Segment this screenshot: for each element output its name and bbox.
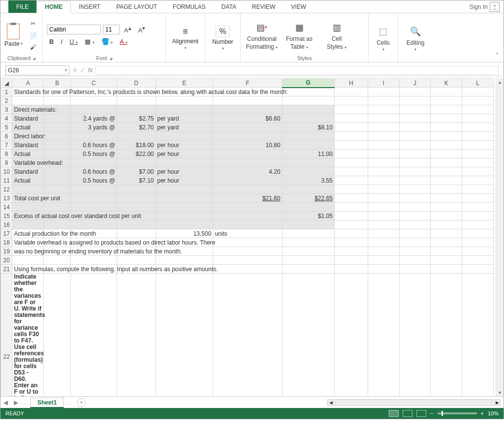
row-header[interactable]: 2 <box>1 96 12 105</box>
cells-button[interactable]: ⬚ Cells ▾ <box>373 25 394 52</box>
cell[interactable] <box>462 96 494 105</box>
cell[interactable]: Total cost per unit <box>12 194 44 203</box>
cell[interactable] <box>368 158 399 167</box>
alignment-button[interactable]: Alignment <box>172 38 198 45</box>
cell[interactable] <box>282 167 334 176</box>
cell[interactable] <box>431 203 462 212</box>
cell[interactable]: $7.00 <box>117 167 156 176</box>
cell[interactable] <box>282 229 334 238</box>
cell[interactable] <box>12 185 44 194</box>
cell[interactable] <box>431 265 462 274</box>
cell[interactable]: units <box>213 229 282 238</box>
col-header[interactable]: J <box>399 79 431 88</box>
cell[interactable] <box>368 123 399 132</box>
cell[interactable]: 3 yards @ <box>71 123 117 132</box>
row-header[interactable]: 19 <box>1 247 12 256</box>
row-header[interactable]: 1 <box>1 88 12 96</box>
cell[interactable] <box>12 220 44 229</box>
cell[interactable]: 0.6 hours @ <box>71 167 117 176</box>
cell[interactable] <box>334 274 368 397</box>
tab-home[interactable]: HOME <box>36 1 71 13</box>
col-header[interactable]: G <box>282 79 334 88</box>
cell[interactable]: was no beginning or ending inventory of … <box>12 247 44 256</box>
font-color-button[interactable]: A ▾ <box>117 37 130 46</box>
cell[interactable] <box>431 114 462 123</box>
cell[interactable]: per yard <box>156 114 213 123</box>
cell[interactable] <box>431 150 462 158</box>
cell[interactable] <box>156 212 213 220</box>
sign-in[interactable]: Sign In <box>470 2 500 12</box>
cell[interactable] <box>462 132 494 141</box>
tab-review[interactable]: REVIEW <box>244 0 283 13</box>
cell-styles-button[interactable]: ▥ Cell Styles ▾ <box>319 21 354 50</box>
row-header[interactable]: 10 <box>1 167 12 176</box>
cell[interactable]: 0.5 hours @ <box>71 150 117 158</box>
cell[interactable] <box>213 150 282 158</box>
cell[interactable] <box>334 238 368 247</box>
cell[interactable] <box>44 256 71 265</box>
cell[interactable] <box>431 185 462 194</box>
col-header[interactable]: H <box>334 79 368 88</box>
cell[interactable]: Actual <box>12 176 44 185</box>
cell[interactable]: 0.5 hours @ <box>71 176 117 185</box>
cell[interactable] <box>117 132 156 141</box>
format-painter-icon[interactable]: 🖌 <box>28 43 38 52</box>
row-header[interactable]: 20 <box>1 256 12 265</box>
normal-view-icon[interactable] <box>389 410 399 417</box>
cell[interactable]: Standard <box>12 114 44 123</box>
cell[interactable] <box>282 185 334 194</box>
cell[interactable] <box>282 105 334 114</box>
cell[interactable] <box>399 158 431 167</box>
cell[interactable] <box>431 220 462 229</box>
col-header[interactable]: K <box>431 79 462 88</box>
cell[interactable] <box>462 158 494 167</box>
cell[interactable] <box>431 167 462 176</box>
cell[interactable] <box>213 176 282 185</box>
cell[interactable] <box>156 274 213 397</box>
cell[interactable] <box>213 220 282 229</box>
cell[interactable] <box>431 274 462 397</box>
cell[interactable] <box>334 256 368 265</box>
scroll-right-icon[interactable]: ▶ <box>494 399 501 406</box>
cell[interactable] <box>399 194 431 203</box>
cell[interactable] <box>431 176 462 185</box>
row-header[interactable]: 11 <box>1 176 12 185</box>
bold-button[interactable]: B <box>47 37 56 46</box>
cell[interactable] <box>334 203 368 212</box>
row-header[interactable]: 7 <box>1 141 12 150</box>
cell[interactable] <box>368 88 399 96</box>
cell[interactable] <box>156 256 213 265</box>
cell[interactable] <box>368 265 399 274</box>
cell[interactable] <box>368 247 399 256</box>
chevron-down-icon[interactable]: ▾ <box>65 68 67 72</box>
cell[interactable] <box>334 123 368 132</box>
cell[interactable]: $1.05 <box>282 212 334 220</box>
col-header[interactable]: D <box>117 79 156 88</box>
cell[interactable] <box>368 150 399 158</box>
select-all-button[interactable]: ◢ <box>1 79 12 88</box>
cell[interactable] <box>334 194 368 203</box>
cell[interactable] <box>334 212 368 220</box>
cell[interactable] <box>462 194 494 203</box>
cell[interactable]: Standards for one of Patterson, Inc.'s p… <box>12 88 44 96</box>
cell[interactable] <box>282 141 334 150</box>
cell[interactable]: 4.20 <box>213 167 282 176</box>
cell[interactable] <box>399 114 431 123</box>
cell[interactable] <box>334 167 368 176</box>
formula-bar-input[interactable] <box>95 66 499 75</box>
cell[interactable] <box>117 274 156 397</box>
col-header[interactable]: I <box>368 79 399 88</box>
cell[interactable] <box>462 105 494 114</box>
cell[interactable] <box>117 105 156 114</box>
col-header[interactable]: C <box>71 79 117 88</box>
cell[interactable] <box>399 229 431 238</box>
cell[interactable] <box>462 247 494 256</box>
cell[interactable] <box>44 150 71 158</box>
cell[interactable]: $2.75 <box>117 114 156 123</box>
row-header[interactable]: 6 <box>1 132 12 141</box>
cell[interactable] <box>213 203 282 212</box>
cell[interactable] <box>282 132 334 141</box>
cell[interactable] <box>334 132 368 141</box>
cell[interactable] <box>334 96 368 105</box>
cell[interactable] <box>399 274 431 397</box>
